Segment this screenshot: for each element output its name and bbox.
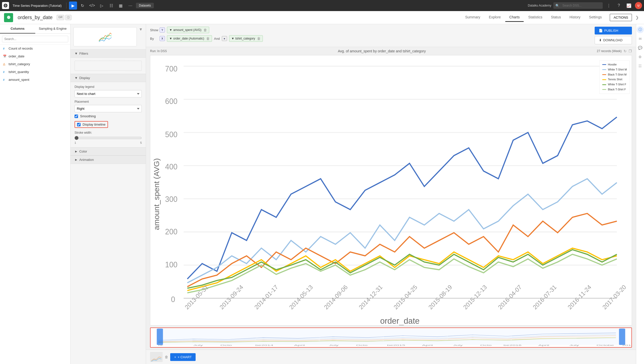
badge-info[interactable]: ⓘ (65, 15, 71, 20)
legend-item: Black T-Shirt F (602, 87, 627, 92)
by-field2-delete[interactable]: 🗑 (257, 37, 261, 41)
column-name: Count of records (9, 47, 33, 50)
deploy-icon[interactable]: ☷ (107, 2, 115, 10)
svg-text:200: 200 (165, 227, 177, 236)
apps-icon[interactable]: ⋮ (605, 2, 613, 10)
svg-text:2015-04-25: 2015-04-25 (392, 283, 418, 311)
timeline-checkbox[interactable] (77, 123, 81, 126)
more-icon[interactable]: ⋯ (126, 2, 134, 10)
filter-arrow-icon: ▼ (75, 52, 78, 55)
datasets-button[interactable]: Datasets (136, 3, 154, 8)
list-item[interactable]: 📅 order_date (0, 52, 70, 60)
column-name: tshirt_quantity (9, 70, 29, 74)
legend-color (602, 89, 606, 90)
run-icon[interactable]: ▷ (98, 2, 106, 10)
svg-rect-52 (163, 329, 619, 345)
svg-text:2014-09-06: 2014-09-06 (323, 283, 349, 311)
dropdown-chart-icon[interactable]: ▼ (139, 27, 143, 32)
delete-chart-icon[interactable]: 🗑 (165, 355, 168, 359)
show-field-chip[interactable]: ▼ amount_spent (AVG) 🗑 (167, 27, 209, 33)
text-icon: △ (3, 62, 7, 66)
list-item[interactable]: △ tshirt_category (0, 60, 70, 68)
academy-link[interactable]: Dataiku Academy (528, 4, 551, 7)
show-field-name: amount_spent (AVG) (173, 28, 201, 32)
filters-content (70, 58, 146, 74)
expand-chart-icon[interactable]: ❐ (629, 49, 632, 53)
show-field-delete[interactable]: 🗑 (203, 28, 207, 32)
placement-dropdown[interactable]: Right Left Center (75, 105, 142, 112)
help-icon[interactable]: ? (615, 2, 623, 10)
smoothing-checkbox[interactable] (75, 115, 78, 118)
chart-thumbnail[interactable] (74, 27, 137, 46)
column-search-input[interactable] (2, 36, 68, 42)
bell-action-icon[interactable]: ✉ (637, 35, 644, 42)
by-field1-delete[interactable]: 🗑 (206, 37, 210, 41)
svg-text:order_date: order_date (380, 316, 419, 325)
tab-charts[interactable]: Charts (505, 13, 524, 22)
date-icon: 📅 (3, 55, 7, 58)
info-action-icon[interactable]: ⓘ (637, 26, 644, 33)
add-chart-button[interactable]: + + CHART (170, 353, 196, 361)
filters-header[interactable]: ▼ Filters (70, 49, 146, 58)
column-name: tshirt_category (9, 62, 30, 66)
project-title: Time Series Preparation (Tutorial) (13, 4, 62, 8)
badge-gr[interactable]: GR (57, 15, 64, 20)
actions-button[interactable]: ACTIONS (610, 14, 632, 21)
sidebar-tab-columns[interactable]: Columns (0, 24, 35, 33)
filters-section: ▼ Filters (70, 49, 146, 74)
chart-actions: 🗑 (165, 355, 168, 359)
stroke-width-slider[interactable] (75, 136, 142, 140)
publish-button[interactable]: 📄 PUBLISH (595, 27, 632, 34)
topbar-search-input[interactable] (560, 3, 601, 8)
timeline-wrapper[interactable]: ril July Octo be2014 April July Octo be2… (150, 327, 632, 348)
list-item[interactable]: # amount_spent (0, 76, 70, 84)
legend-dropdown[interactable]: Next to chart Bottom Top Hidden (75, 90, 142, 97)
animation-section: ► Animation (70, 156, 146, 164)
list-item[interactable]: # Count of records (0, 45, 70, 52)
legend-label: Black T-Shirt F (608, 87, 626, 92)
legend-color (602, 74, 606, 75)
display-header[interactable]: ▼ Display (70, 74, 146, 82)
grid-action-icon[interactable]: ☷ (637, 62, 644, 69)
user-avatar[interactable]: U (635, 2, 642, 9)
and-label: And (214, 37, 220, 41)
chart-btn-label: + CHART (178, 355, 192, 359)
refresh-icon[interactable]: ↻ (79, 2, 87, 10)
settings-action-icon[interactable]: ⚙ (637, 53, 644, 60)
axis-config: Show Y ▼ amount_spent (AVG) 🗑 By X ▼ ord… (146, 24, 591, 47)
color-header[interactable]: ► Color (70, 147, 146, 156)
list-item[interactable]: # tshirt_quantity (0, 68, 70, 76)
download-icon: ⬇ (599, 38, 602, 42)
sidebar-tab-sampling[interactable]: Sampling & Engine (35, 24, 70, 33)
layout-icon[interactable]: ▦ (117, 2, 125, 10)
collapse-sidebar-button[interactable]: ❯ (634, 15, 640, 21)
show-row: Show Y ▼ amount_spent (AVG) 🗑 (150, 27, 587, 33)
chart-header: Run: In DSS Avg. of amount_spent by orde… (150, 49, 632, 53)
svg-text:2016-11-24: 2016-11-24 (566, 283, 593, 311)
chat-action-icon[interactable]: 💬 (637, 44, 644, 51)
tab-settings[interactable]: Settings (585, 13, 606, 22)
by-field2-chip[interactable]: ▼ tshirt_category 🗑 (229, 35, 263, 42)
publish-icon: 📄 (599, 29, 603, 32)
refresh-chart-icon[interactable]: ↻ (624, 49, 627, 53)
tab-statistics[interactable]: Statistics (524, 13, 546, 22)
by-field1-name: order_date (Automatic) (173, 37, 204, 40)
download-button[interactable]: ⬇ DOWNLOAD (595, 36, 632, 44)
chart-icon[interactable]: 📈 (625, 2, 633, 10)
animation-header[interactable]: ► Animation (70, 156, 146, 164)
by-field1-chip[interactable]: ▼ order_date (Automatic) 🗑 (167, 35, 212, 42)
flow-icon[interactable]: ▶ (69, 2, 77, 10)
tab-summary[interactable]: Summary (461, 13, 484, 22)
separator (66, 3, 66, 9)
main-layout: Columns Sampling & Engine # Count of rec… (0, 24, 644, 364)
svg-text:600: 600 (165, 97, 177, 105)
chart-title: Avg. of amount_spent by order_date and t… (169, 49, 595, 53)
main-chart-svg: 0 100 200 300 400 500 600 700 amount_spe… (150, 55, 632, 325)
sidebar-tabs: Columns Sampling & Engine (0, 24, 70, 34)
app-logo[interactable]: D (2, 2, 9, 9)
tab-history[interactable]: History (565, 13, 585, 22)
code-icon[interactable]: </> (88, 2, 96, 10)
tab-status[interactable]: Status (547, 13, 565, 22)
tab-explore[interactable]: Explore (485, 13, 505, 22)
smoothing-row: Smoothing (75, 114, 142, 118)
